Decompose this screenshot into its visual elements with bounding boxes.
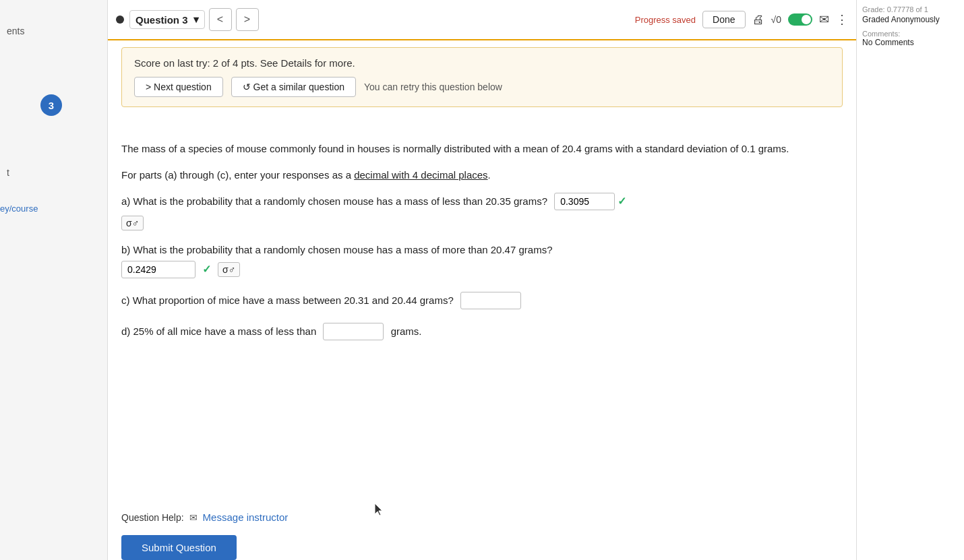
question-dot — [116, 15, 124, 24]
sidebar: ents 3 t ey/course — [0, 0, 108, 560]
more-options-icon[interactable]: ⋮ — [836, 12, 848, 27]
next-question-button[interactable]: > Next question — [134, 77, 223, 97]
print-icon[interactable]: 🖨 — [752, 13, 764, 27]
retry-text: You can retry this question below — [364, 82, 502, 92]
sqrt-icon[interactable]: √0 — [771, 14, 781, 25]
part-b-sigma-icon[interactable]: σ♂ — [218, 262, 240, 277]
submit-area: Submit Question — [121, 535, 237, 560]
part-b: b) What is the probability that a random… — [121, 244, 843, 278]
no-comments: No Comments — [862, 38, 959, 47]
dropdown-icon: ▾ — [193, 13, 199, 26]
question-help: Question Help: ✉ Message instructor — [121, 511, 288, 523]
mail-icon[interactable]: ✉ — [819, 12, 829, 27]
message-instructor-link[interactable]: Message instructor — [203, 511, 289, 523]
topbar: Question 3 ▾ < > Progress saved Done 🖨 √… — [108, 0, 856, 40]
question-help-label: Question Help: — [121, 512, 184, 523]
part-d-text: d) 25% of all mice have a mass of less t… — [121, 323, 843, 340]
part-c: c) What proportion of mice have a mass b… — [121, 292, 843, 309]
submit-button[interactable]: Submit Question — [121, 535, 237, 560]
graded-anon: Graded Anonymously — [862, 15, 959, 24]
right-panel: Grade: 0.77778 of 1 Graded Anonymously C… — [856, 0, 964, 560]
part-b-input[interactable] — [121, 261, 195, 278]
next-nav-button[interactable]: > — [236, 8, 259, 31]
instruction-text: For parts (a) through (c), enter your re… — [121, 169, 843, 181]
part-a-input[interactable] — [554, 193, 615, 210]
topbar-icons: 🖨 √0 ✉ ⋮ — [752, 12, 848, 27]
question-label: Question 3 — [135, 14, 188, 26]
sidebar-item-t: t — [7, 167, 9, 178]
part-c-input[interactable] — [460, 292, 521, 309]
similar-question-button[interactable]: ↺ Get a similar question — [231, 77, 356, 97]
part-a-row: σ♂ — [121, 216, 843, 230]
score-actions: > Next question ↺ Get a similar question… — [134, 77, 830, 97]
watermark-container: The mass of a species of mouse commonly … — [121, 142, 843, 157]
part-a-check: ✓ — [617, 195, 626, 207]
part-a-text: a) What is the probability that a random… — [121, 193, 843, 210]
part-b-row: ✓ σ♂ — [121, 261, 843, 278]
score-text: Score on last try: 2 of 4 pts. See Detai… — [134, 57, 830, 69]
question-select[interactable]: Question 3 ▾ — [129, 10, 205, 29]
sidebar-question-number[interactable]: 3 — [40, 94, 62, 116]
score-banner: Score on last try: 2 of 4 pts. See Detai… — [121, 47, 843, 107]
comments-label: Comments: — [862, 30, 959, 38]
mail-icon: ✉ — [189, 512, 198, 523]
main-content: Question 3 ▾ < > Progress saved Done 🖨 √… — [108, 0, 856, 560]
question-intro: The mass of a species of mouse commonly … — [121, 142, 843, 157]
part-b-text: b) What is the probability that a random… — [121, 244, 843, 255]
part-a-sigma-icon[interactable]: σ♂ — [121, 216, 144, 230]
sidebar-link[interactable]: ey/course — [0, 204, 38, 214]
progress-saved: Progress saved — [635, 15, 696, 25]
sidebar-item-ents[interactable]: ents — [7, 26, 24, 36]
grade-label: Grade: 0.77778 of 1 — [862, 5, 959, 13]
prev-button[interactable]: < — [209, 8, 232, 31]
part-a: a) What is the probability that a random… — [121, 193, 843, 230]
part-b-check: ✓ — [202, 263, 211, 276]
part-c-text: c) What proportion of mice have a mass b… — [121, 292, 843, 309]
part-d-input[interactable] — [323, 323, 384, 340]
question-body: The mass of a species of mouse commonly … — [121, 142, 843, 354]
part-d: d) 25% of all mice have a mass of less t… — [121, 323, 843, 340]
toggle-switch[interactable] — [788, 13, 812, 26]
done-button[interactable]: Done — [702, 11, 745, 28]
